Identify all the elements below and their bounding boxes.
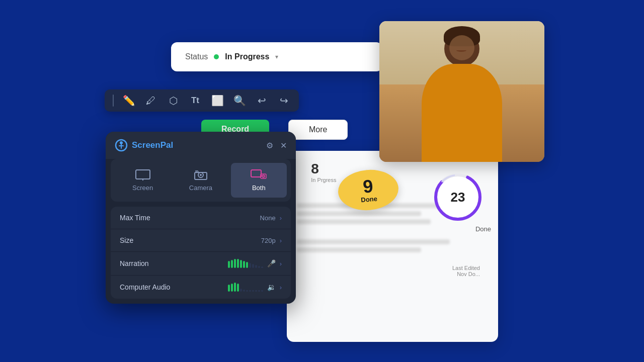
blurred-rows-2 bbox=[297, 239, 488, 252]
computer-audio-bars bbox=[228, 283, 263, 292]
speaker-icon: 🔉 bbox=[267, 283, 276, 291]
logo-text: ScreenPal bbox=[132, 140, 173, 150]
ca-bar-9 bbox=[252, 290, 254, 292]
circle-progress-badge: 23 bbox=[433, 172, 483, 222]
size-row[interactable]: Size 720p › bbox=[111, 229, 291, 252]
svg-rect-13 bbox=[251, 170, 261, 177]
max-time-value: None bbox=[260, 214, 276, 222]
computer-audio-right: 🔉 › bbox=[228, 283, 282, 292]
in-progress-label: In Prgress bbox=[311, 177, 336, 183]
redo-icon[interactable]: ↪ bbox=[277, 94, 291, 108]
both-mode-label: Both bbox=[252, 184, 266, 192]
svg-rect-7 bbox=[136, 170, 150, 179]
ca-bar-10 bbox=[255, 290, 257, 292]
max-time-row[interactable]: Max Time None › bbox=[111, 207, 291, 229]
in-progress-stat: 8 In Prgress bbox=[311, 161, 336, 183]
video-background bbox=[379, 21, 544, 162]
zoom-icon[interactable]: 🔍 bbox=[232, 94, 247, 108]
max-time-right: None › bbox=[260, 214, 282, 222]
narration-label: Narration bbox=[120, 259, 149, 267]
circle-number: 23 bbox=[451, 190, 465, 205]
bar-11 bbox=[258, 266, 260, 268]
size-right: 720p › bbox=[261, 237, 282, 244]
ca-bar-2 bbox=[231, 284, 233, 292]
bar-8 bbox=[249, 263, 251, 268]
bar-12 bbox=[261, 266, 263, 268]
screen-mode-label: Screen bbox=[132, 184, 153, 192]
max-time-label: Max Time bbox=[120, 214, 150, 222]
erase-icon[interactable]: ⬡ bbox=[166, 94, 180, 108]
screenpal-logo-icon bbox=[115, 139, 128, 152]
settings-section: Max Time None › Size 720p › Narration bbox=[111, 207, 291, 299]
computer-audio-chevron: › bbox=[280, 284, 282, 291]
max-time-chevron: › bbox=[280, 214, 282, 222]
mode-selector: Screen Camera Both bbox=[111, 159, 291, 202]
status-label: Status bbox=[185, 52, 208, 61]
ca-bar-7 bbox=[246, 290, 248, 292]
narration-row[interactable]: Narration 🎤 › bbox=[111, 252, 291, 276]
widget-header: ScreenPal ⚙ ✕ bbox=[106, 132, 296, 159]
bar-2 bbox=[231, 260, 233, 268]
mic-icon: 🎤 bbox=[267, 259, 276, 267]
bar-7 bbox=[246, 262, 248, 268]
rect-icon[interactable]: ⬜ bbox=[210, 94, 224, 108]
widget-header-actions: ⚙ ✕ bbox=[266, 141, 287, 150]
size-label: Size bbox=[120, 236, 133, 244]
camera-mode-label: Camera bbox=[189, 184, 212, 192]
highlight-icon[interactable]: 🖊 bbox=[144, 94, 158, 108]
svg-point-11 bbox=[200, 174, 202, 176]
yellow-badge-label: Done bbox=[361, 195, 378, 204]
ca-bar-12 bbox=[261, 290, 263, 292]
mode-screen[interactable]: Screen bbox=[115, 163, 171, 198]
text-icon[interactable]: Tt bbox=[188, 94, 202, 108]
bar-3 bbox=[234, 259, 236, 268]
narration-chevron: › bbox=[280, 260, 282, 267]
ca-bar-3 bbox=[234, 283, 236, 292]
screenpal-widget: ScreenPal ⚙ ✕ Screen Camera bbox=[106, 132, 296, 304]
toolbar: ✏️ 🖊 ⬡ Tt ⬜ 🔍 ↩ ↪ bbox=[105, 89, 299, 112]
widget-logo: ScreenPal bbox=[115, 139, 173, 152]
computer-audio-row[interactable]: Computer Audio 🔉 › bbox=[111, 276, 291, 299]
status-card: Status In Progress ▾ bbox=[171, 42, 382, 71]
ca-bar-8 bbox=[249, 290, 251, 292]
circle-inner: 23 bbox=[451, 190, 465, 205]
status-dot bbox=[214, 54, 219, 59]
both-mode-icon bbox=[251, 169, 267, 181]
narration-bars bbox=[228, 259, 263, 268]
size-value: 720p bbox=[261, 237, 276, 244]
toolbar-divider bbox=[113, 95, 114, 107]
bar-1 bbox=[228, 261, 230, 268]
mode-camera[interactable]: Camera bbox=[173, 163, 228, 198]
draw-icon[interactable]: ✏️ bbox=[122, 94, 136, 108]
camera-mode-icon bbox=[193, 169, 209, 181]
bar-9 bbox=[252, 264, 254, 268]
done-text: Done bbox=[418, 260, 498, 266]
status-value: In Progress bbox=[225, 52, 269, 61]
yellow-badge-number: 9 bbox=[362, 177, 374, 196]
bar-4 bbox=[237, 259, 239, 268]
ca-bar-11 bbox=[258, 290, 260, 292]
close-icon[interactable]: ✕ bbox=[280, 141, 287, 150]
last-edited-value: Nov Do... bbox=[305, 271, 480, 277]
video-preview bbox=[379, 21, 544, 162]
circle-done-label: Done bbox=[475, 225, 491, 233]
more-button[interactable]: More bbox=[288, 120, 348, 140]
screen-mode-icon bbox=[135, 169, 151, 181]
in-progress-number: 8 bbox=[311, 161, 336, 177]
computer-audio-label: Computer Audio bbox=[120, 283, 170, 291]
ca-bar-5 bbox=[240, 289, 242, 292]
settings-icon[interactable]: ⚙ bbox=[266, 141, 273, 150]
done-circle-label: Done bbox=[418, 260, 498, 266]
bar-10 bbox=[255, 265, 257, 268]
ca-bar-4 bbox=[237, 284, 239, 292]
ca-bar-1 bbox=[228, 285, 230, 292]
mode-both[interactable]: Both bbox=[231, 163, 287, 198]
undo-icon[interactable]: ↩ bbox=[255, 94, 269, 108]
bar-5 bbox=[240, 260, 242, 268]
svg-point-16 bbox=[263, 176, 264, 177]
narration-right: 🎤 › bbox=[228, 259, 282, 268]
ca-bar-6 bbox=[243, 290, 245, 292]
bar-6 bbox=[243, 261, 245, 268]
size-chevron: › bbox=[280, 237, 282, 244]
status-chevron[interactable]: ▾ bbox=[275, 53, 278, 60]
